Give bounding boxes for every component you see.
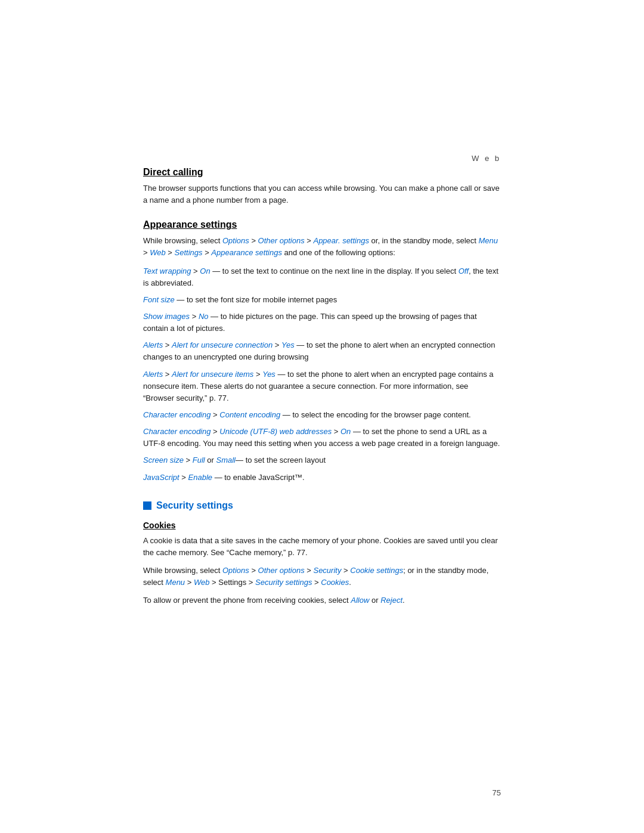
appearance-settings-heading: Appearance settings <box>143 219 501 230</box>
cookies-security-link: Security <box>313 566 341 575</box>
settings-link: Settings <box>175 248 203 257</box>
alert-for-unsecure-items: Alert for unsecure items <box>172 370 253 379</box>
security-settings-heading: Security settings <box>156 500 233 511</box>
font-size-option: Font size — to set the font size for mob… <box>143 294 501 306</box>
cookies-options-link: Options <box>222 566 249 575</box>
show-images-option: Show images > No — to hide pictures on t… <box>143 311 501 335</box>
appearance-settings-section: Appearance settings While browsing, sele… <box>143 219 501 483</box>
screen-size-full: Full <box>193 456 205 465</box>
alerts-label-2: Alerts <box>143 370 163 379</box>
text-wrapping-option: Text wrapping > On — to set the text to … <box>143 265 501 289</box>
security-blue-box-icon <box>143 501 151 510</box>
direct-calling-body: The browser supports functions that you … <box>143 182 501 206</box>
char-encoding-label-2: Character encoding <box>143 427 210 436</box>
text-wrapping-on: On <box>200 267 210 275</box>
appearance-settings-intro: While browsing, select Options > Other o… <box>143 235 501 259</box>
cookies-body1: A cookie is data that a site saves in th… <box>143 535 501 559</box>
javascript-label: JavaScript <box>143 473 179 482</box>
other-options-link: Other options <box>258 236 305 245</box>
security-settings-section: Security settings Cookies A cookie is da… <box>143 500 501 607</box>
char-encoding-label-1: Character encoding <box>143 410 210 419</box>
cookies-web-link: Web <box>194 578 210 587</box>
screen-size-small: Small <box>216 456 236 465</box>
appearance-settings-link: Appearance settings <box>211 248 282 257</box>
security-settings-heading-row: Security settings <box>143 500 501 511</box>
security-settings-link: Security settings <box>255 578 312 587</box>
cookies-body3: To allow or prevent the phone from recei… <box>143 594 501 606</box>
cookies-body2: While browsing, select Options > Other o… <box>143 565 501 589</box>
cookies-menu-link: Menu <box>166 578 185 587</box>
font-size-label: Font size <box>143 295 175 304</box>
alerts-yes-1: Yes <box>281 340 295 349</box>
cookies-heading: Cookies <box>143 521 501 530</box>
page-container: W e b Direct calling The browser support… <box>107 0 537 833</box>
page-number: 75 <box>493 788 501 797</box>
cookies-link: Cookies <box>321 578 349 587</box>
javascript-option: JavaScript > Enable — to enable JavaScri… <box>143 472 501 484</box>
menu-link: Menu <box>479 236 499 245</box>
unicode-on: On <box>340 427 351 436</box>
cookies-subsection: Cookies A cookie is data that a site sav… <box>143 521 501 607</box>
options-link: Options <box>222 236 249 245</box>
direct-calling-section: Direct calling The browser supports func… <box>143 167 501 206</box>
web-link: Web <box>150 248 166 257</box>
appear-settings-link: Appear. settings <box>313 236 369 245</box>
char-encoding-unicode-option: Character encoding > Unicode (UTF-8) web… <box>143 426 501 450</box>
show-images-label: Show images <box>143 312 190 321</box>
alerts-unsecure-connection-option: Alerts > Alert for unsecure connection >… <box>143 339 501 363</box>
screen-size-label: Screen size <box>143 456 184 465</box>
page-label: W e b <box>472 154 501 163</box>
text-wrapping-label: Text wrapping <box>143 267 191 275</box>
alerts-label-1: Alerts <box>143 340 163 349</box>
javascript-enable: Enable <box>188 473 212 482</box>
text-wrapping-off: Off <box>459 267 469 275</box>
cookies-other-options-link: Other options <box>258 566 305 575</box>
unicode-utf8-link: Unicode (UTF-8) web addresses <box>219 427 332 436</box>
direct-calling-heading: Direct calling <box>143 167 501 178</box>
alerts-yes-2: Yes <box>262 370 275 379</box>
alerts-unsecure-items-option: Alerts > Alert for unsecure items > Yes … <box>143 368 501 404</box>
show-images-no: No <box>199 312 209 321</box>
content-encoding-link: Content encoding <box>219 410 280 419</box>
alert-for-unsecure-connection: Alert for unsecure connection <box>172 340 273 349</box>
allow-link: Allow <box>351 596 369 605</box>
cookie-settings-link: Cookie settings <box>350 566 403 575</box>
reject-link: Reject <box>380 596 402 605</box>
screen-size-option: Screen size > Full or Small— to set the … <box>143 454 501 466</box>
char-encoding-content-option: Character encoding > Content encoding — … <box>143 409 501 421</box>
